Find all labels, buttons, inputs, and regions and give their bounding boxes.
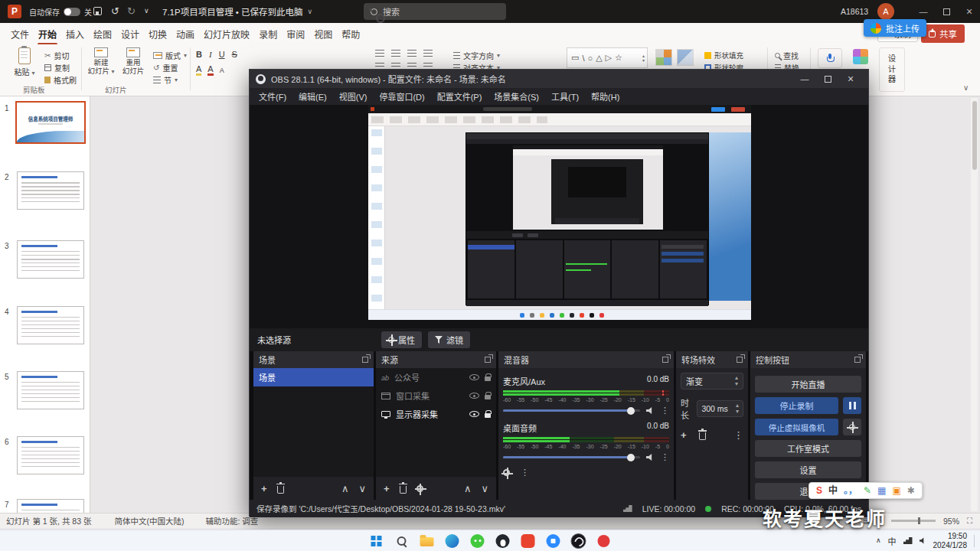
obs-titlebar[interactable]: OBS 28.1.1 (64-bit, windows) - 配置文件: 未命名…: [250, 70, 868, 88]
ribbon-tab-0[interactable]: 文件: [6, 23, 34, 45]
source-item[interactable]: 显示器采集: [376, 405, 496, 423]
source-down-icon[interactable]: [481, 484, 488, 494]
cut-button[interactable]: 剪切: [44, 50, 69, 61]
search-icon[interactable]: [393, 532, 411, 550]
start-icon[interactable]: [368, 532, 386, 550]
reset-button[interactable]: 重置: [153, 62, 178, 73]
volume-fader[interactable]: [503, 453, 669, 461]
edge-icon[interactable]: [443, 532, 462, 550]
ribbon-tab-9[interactable]: 审阅: [282, 23, 309, 45]
ime-indicator[interactable]: 中: [888, 535, 897, 547]
slide-thumbnail-3[interactable]: [17, 240, 84, 279]
remove-transition-icon[interactable]: [699, 432, 706, 440]
ribbon-tab-5[interactable]: 切换: [144, 23, 172, 45]
fit-slide-icon[interactable]: ⛶: [967, 517, 972, 526]
toggle-off-icon[interactable]: [64, 8, 80, 16]
bullets-icon[interactable]: [375, 50, 384, 57]
add-source-icon[interactable]: [384, 484, 390, 494]
slide-thumbnail-4[interactable]: [17, 306, 84, 344]
language-indicator[interactable]: 简体中文(中国大陆): [114, 515, 184, 527]
channel-menu-icon[interactable]: [661, 406, 669, 415]
preview-video[interactable]: [368, 105, 751, 320]
pen-icon[interactable]: ✎: [864, 486, 871, 495]
shape-circle-icon[interactable]: ○: [587, 54, 593, 63]
ribbon-tab-4[interactable]: 设计: [116, 23, 144, 45]
ppt-vertical-scrollbar[interactable]: [971, 98, 978, 511]
lock-icon[interactable]: [485, 377, 491, 381]
speaker-icon[interactable]: [646, 407, 655, 415]
network-icon[interactable]: [903, 537, 913, 544]
ribbon-tab-11[interactable]: 帮助: [337, 23, 364, 45]
qq-icon[interactable]: [494, 532, 512, 550]
lock-icon[interactable]: [485, 413, 491, 418]
save-icon[interactable]: [93, 7, 102, 15]
obs-menu-item-1[interactable]: 编辑(E): [292, 90, 333, 103]
obs-menu-item-0[interactable]: 文件(F): [253, 90, 292, 103]
channel-menu-icon[interactable]: [661, 453, 669, 461]
ribbon-tab-7[interactable]: 幻灯片放映: [199, 23, 254, 45]
italic-icon[interactable]: I: [209, 50, 212, 59]
autosave-toggle[interactable]: 自动保存 关: [29, 0, 92, 23]
font-color-icon[interactable]: A: [207, 64, 213, 76]
shape-rectangle-icon[interactable]: ▭: [571, 53, 579, 63]
duration-input[interactable]: 300 ms: [697, 400, 743, 417]
sources-dock-header[interactable]: 来源: [376, 351, 496, 368]
text-direction-button[interactable]: 文字方向: [453, 50, 500, 61]
transition-menu-icon[interactable]: [733, 430, 743, 440]
obs-menu-item-4[interactable]: 配置文件(P): [431, 90, 488, 103]
arrange-icon[interactable]: [655, 49, 672, 66]
slide-thumbnail-7[interactable]: [17, 499, 84, 513]
advanced-audio-icon[interactable]: [503, 469, 510, 476]
underline-icon[interactable]: U: [219, 50, 225, 59]
punctuation-icon[interactable]: 。，: [844, 486, 858, 495]
popout-icon[interactable]: [737, 357, 743, 363]
ime-toolbar[interactable]: S中。，✎▦▣✱: [808, 482, 923, 499]
ribbon-tab-3[interactable]: 绘图: [89, 23, 116, 45]
clear-format-icon[interactable]: A: [220, 67, 224, 74]
dictate-button[interactable]: [818, 48, 842, 68]
search-input[interactable]: 搜索: [364, 3, 506, 20]
filters-button[interactable]: 滤镜: [428, 331, 470, 348]
visibility-icon[interactable]: [469, 393, 479, 399]
source-item[interactable]: 窗口采集: [376, 386, 496, 405]
slide-thumbnail-1[interactable]: 信息系统项目管理师: [15, 101, 86, 144]
source-properties-icon[interactable]: [416, 485, 423, 492]
shape-line-icon[interactable]: \: [582, 54, 584, 63]
obs-menu-item-3[interactable]: 停靠窗口(D): [373, 90, 430, 103]
increase-indent-icon[interactable]: [423, 50, 433, 57]
copy-button[interactable]: 复制: [44, 62, 70, 73]
settings-button[interactable]: 设置: [755, 461, 861, 478]
obs-close-icon[interactable]: [839, 70, 862, 88]
add-transition-icon[interactable]: [681, 430, 687, 440]
file-explorer-icon[interactable]: [418, 532, 436, 550]
share-button[interactable]: 共享: [921, 24, 965, 43]
ime-mode-icon[interactable]: 中: [828, 486, 838, 495]
shape-star-icon[interactable]: ☆: [615, 53, 622, 63]
popout-icon[interactable]: [485, 357, 491, 363]
transition-select[interactable]: 渐变: [681, 373, 743, 390]
obs-maximize-icon[interactable]: [816, 70, 839, 88]
find-button[interactable]: 查找: [775, 50, 799, 61]
slide-thumbnail-5[interactable]: [17, 371, 84, 409]
undo-icon[interactable]: [111, 6, 119, 16]
ribbon-tab-10[interactable]: 视图: [309, 23, 337, 45]
wps-icon[interactable]: [519, 532, 537, 550]
properties-button[interactable]: 属性: [381, 331, 422, 348]
paste-button[interactable]: 粘贴: [9, 47, 40, 77]
lock-icon[interactable]: [485, 395, 491, 399]
ppt-close-icon[interactable]: [959, 0, 980, 23]
toolbox-icon[interactable]: ▣: [892, 486, 900, 495]
strikethrough-icon[interactable]: S: [232, 50, 237, 59]
shapes-gallery[interactable]: ▭ \ ○ △ ▷ ☆: [567, 47, 648, 68]
wechat-icon[interactable]: [469, 532, 487, 550]
meeting-icon[interactable]: [544, 532, 563, 550]
visibility-icon[interactable]: [469, 411, 479, 417]
tray-chevron-icon[interactable]: [876, 537, 881, 544]
stop-virtual-camera-button[interactable]: 停止虚拟摄像机: [755, 419, 838, 435]
recorder-icon[interactable]: [595, 532, 613, 550]
highlight-color-icon[interactable]: A: [196, 64, 201, 76]
popout-icon[interactable]: [362, 357, 368, 363]
new-slide-button[interactable]: 新建幻灯片: [86, 47, 116, 76]
mixer-dock-header[interactable]: 混音器: [498, 351, 674, 368]
document-title[interactable]: 7.1P项目项目管理 • 已保存到此电脑: [162, 0, 312, 23]
